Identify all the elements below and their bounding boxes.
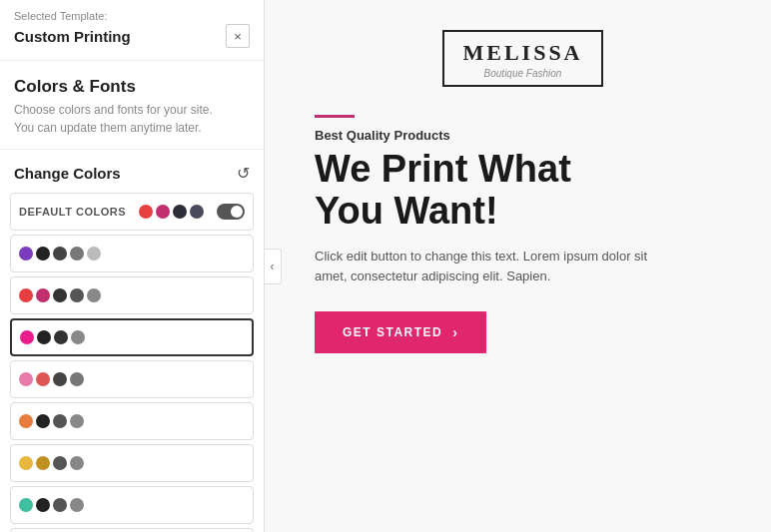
toggle-knob xyxy=(231,206,243,218)
color-dot xyxy=(36,414,50,428)
cta-arrow: › xyxy=(452,324,458,340)
preview-subtitle: Best Quality Products xyxy=(315,128,450,143)
color-dot xyxy=(87,247,101,261)
color-dot xyxy=(19,456,33,470)
cta-label: GET STARTED xyxy=(343,325,442,339)
color-dots-pink2 xyxy=(19,372,84,386)
color-dots-default xyxy=(139,205,204,219)
brand-logo: MELISSA Boutique Fashion xyxy=(442,30,602,87)
color-dot xyxy=(53,414,67,428)
color-dot xyxy=(36,456,50,470)
color-dots-orange xyxy=(19,414,84,428)
color-dot xyxy=(53,247,67,261)
color-dot xyxy=(36,288,50,302)
cta-button[interactable]: GET STARTED › xyxy=(315,311,486,353)
palette-row-orange[interactable] xyxy=(10,402,254,440)
color-dot xyxy=(70,456,84,470)
default-label: DEFAULT COLORS xyxy=(19,206,126,218)
palette-row-pink2[interactable] xyxy=(10,360,254,398)
selected-template-label: Selected Template: xyxy=(0,0,264,24)
color-dot xyxy=(37,330,51,344)
color-dot xyxy=(70,498,84,512)
color-dot xyxy=(70,414,84,428)
colors-fonts-desc: Choose colors and fonts for your site.Yo… xyxy=(0,101,264,150)
color-dot xyxy=(71,330,85,344)
color-dot xyxy=(36,372,50,386)
sidebar: Selected Template: Custom Printing × Col… xyxy=(0,0,265,532)
preview-heading: We Print What You Want! xyxy=(315,149,571,233)
color-dot xyxy=(156,205,170,219)
color-dot xyxy=(19,414,33,428)
color-dot xyxy=(70,247,84,261)
palettes-container: DEFAULT COLORS xyxy=(0,193,264,532)
color-dot xyxy=(87,288,101,302)
change-colors-label: Change Colors xyxy=(14,165,121,182)
palette-row-yellow[interactable] xyxy=(10,444,254,482)
color-dot xyxy=(19,247,33,261)
color-dot xyxy=(70,288,84,302)
color-dot xyxy=(53,372,67,386)
brand-tagline: Boutique Fashion xyxy=(462,68,582,79)
color-dot xyxy=(20,330,34,344)
selected-template-row: Custom Printing × xyxy=(0,24,264,61)
color-dot xyxy=(53,288,67,302)
collapse-button[interactable]: ‹ xyxy=(265,249,282,284)
color-dots-pink-selected xyxy=(20,330,85,344)
color-dot xyxy=(36,247,50,261)
color-dots-red xyxy=(19,288,101,302)
preview-panel: ‹ MELISSA Boutique Fashion Best Quality … xyxy=(265,0,771,532)
color-dot xyxy=(19,372,33,386)
color-dot xyxy=(54,330,68,344)
color-dots-teal xyxy=(19,498,84,512)
color-dot xyxy=(139,205,153,219)
colors-fonts-title: Colors & Fonts xyxy=(0,61,264,101)
reset-colors-icon[interactable]: ↺ xyxy=(237,164,250,183)
selected-template-name: Custom Printing xyxy=(14,28,131,45)
color-dot xyxy=(190,205,204,219)
color-dot xyxy=(173,205,187,219)
color-dot xyxy=(53,456,67,470)
brand-name: MELISSA xyxy=(462,40,582,65)
accent-line xyxy=(315,115,355,118)
color-dot xyxy=(19,498,33,512)
palette-row-teal2[interactable] xyxy=(10,528,254,532)
color-dot xyxy=(19,288,33,302)
color-dot xyxy=(53,498,67,512)
color-dot xyxy=(36,498,50,512)
color-dots-purple xyxy=(19,247,101,261)
palette-row-default[interactable]: DEFAULT COLORS xyxy=(10,193,254,231)
color-dots-yellow xyxy=(19,456,84,470)
color-dot xyxy=(70,372,84,386)
preview-body: Click edit button to change this text. L… xyxy=(315,247,674,288)
palette-row-pink-selected[interactable] xyxy=(10,318,254,356)
palette-row-red[interactable] xyxy=(10,276,254,314)
preview-content: MELISSA Boutique Fashion Best Quality Pr… xyxy=(265,0,771,532)
close-button[interactable]: × xyxy=(226,24,250,48)
palette-row-teal[interactable] xyxy=(10,486,254,524)
color-toggle[interactable] xyxy=(217,204,245,220)
palette-row-purple[interactable] xyxy=(10,235,254,272)
change-colors-header: Change Colors ↺ xyxy=(0,150,264,193)
